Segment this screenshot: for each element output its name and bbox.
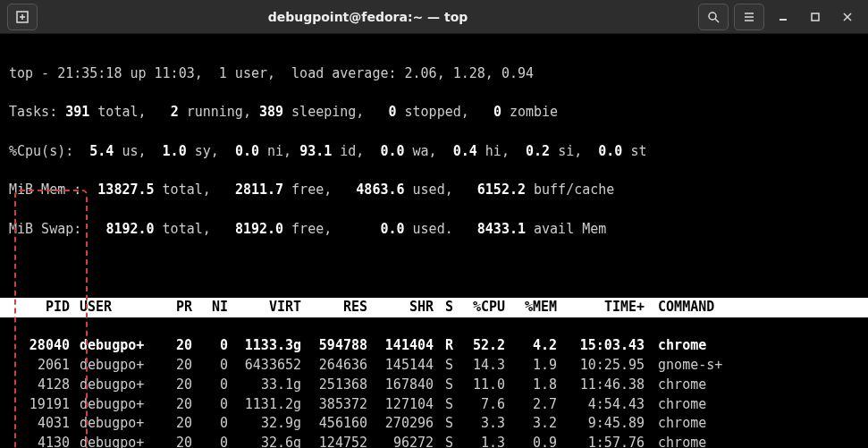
search-button[interactable]: [698, 4, 729, 30]
maximize-button[interactable]: [802, 4, 829, 30]
table-row[interactable]: 28040 debugpo+2001133.3g594788141404R52.…: [9, 336, 859, 356]
summary-line-1: top - 21:35:18 up 11:03, 1 user, load av…: [9, 64, 859, 84]
summary-mem: MiB Mem : 13827.5 total, 2811.7 free, 48…: [9, 181, 859, 200]
titlebar: debugpoint@fedora:~ — top: [0, 0, 868, 34]
menu-button[interactable]: [734, 4, 764, 30]
maximize-icon: [810, 12, 821, 22]
process-list: 28040 debugpo+2001133.3g594788141404R52.…: [9, 336, 859, 448]
svg-point-3: [709, 13, 716, 20]
table-row[interactable]: 4130 debugpo+20032.6g12475296272S1.30.91…: [9, 434, 859, 448]
process-header-row: PID USERPRNIVIRTRESSHRS%CPU%MEMTIME+ COM…: [0, 298, 868, 317]
search-icon: [707, 11, 720, 23]
window-title: debugpoint@fedora:~ — top: [43, 10, 693, 24]
table-row[interactable]: 4128 debugpo+20033.1g251368167840S11.01.…: [9, 376, 859, 395]
hamburger-icon: [743, 11, 755, 23]
table-row[interactable]: 19191 debugpo+2001131.2g385372127104S7.6…: [9, 395, 859, 415]
table-row[interactable]: 2061 debugpo+2006433652264636145144S14.3…: [9, 356, 859, 376]
new-tab-button[interactable]: [7, 4, 38, 30]
close-icon: [842, 12, 853, 22]
summary-cpu: %Cpu(s): 5.4 us, 1.0 sy, 0.0 ni, 93.1 id…: [9, 142, 859, 162]
terminal-output[interactable]: top - 21:35:18 up 11:03, 1 user, load av…: [0, 34, 868, 448]
table-row[interactable]: 4031 debugpo+20032.9g456160270296S3.33.2…: [9, 414, 859, 434]
close-button[interactable]: [834, 4, 861, 30]
minimize-button[interactable]: [770, 4, 796, 30]
summary-tasks: Tasks: 391 total, 2 running, 389 sleepin…: [9, 103, 859, 123]
summary-swap: MiB Swap: 8192.0 total, 8192.0 free, 0.0…: [9, 220, 859, 240]
svg-line-4: [715, 19, 719, 22]
svg-rect-9: [812, 13, 819, 21]
minimize-icon: [778, 12, 788, 22]
